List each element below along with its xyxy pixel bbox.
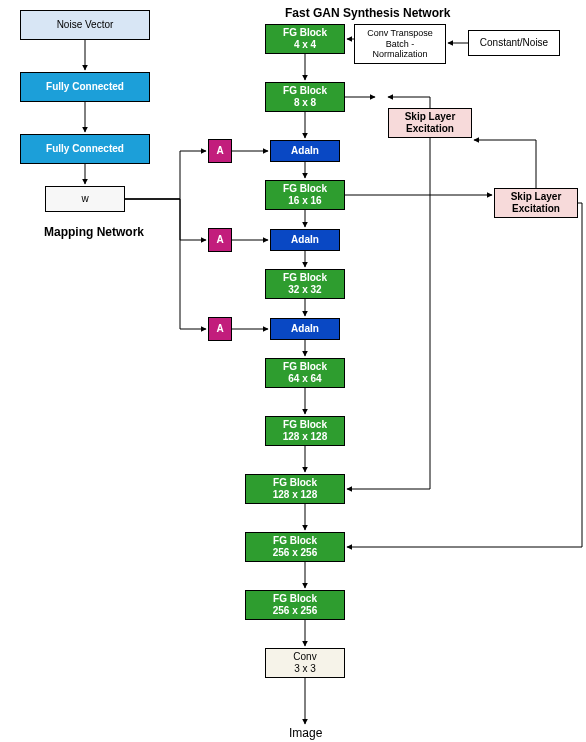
fg-128a-t: FG Block [283,419,327,431]
fg-128b-s: 128 x 128 [273,489,318,501]
fg-64-t: FG Block [283,361,327,373]
fully-connected-2: Fully Connected [20,134,150,164]
fg-256b-s: 256 x 256 [273,605,318,617]
a-block-3: A [208,317,232,341]
fg-32-s: 32 x 32 [288,284,321,296]
adain2-text: AdaIn [291,234,319,246]
fc2-text: Fully Connected [46,143,124,155]
fg-256a-s: 256 x 256 [273,547,318,559]
fg-128b-t: FG Block [273,477,317,489]
a-block-1: A [208,139,232,163]
noise-vector-text: Noise Vector [57,19,114,31]
constant-noise: Constant/Noise [468,30,560,56]
title-mapping: Mapping Network [44,225,144,239]
fg-4-t: FG Block [283,27,327,39]
a1-text: A [216,145,223,157]
fg-detail-box: Conv Transpose Batch - Normalization [354,24,446,64]
adain1-text: AdaIn [291,145,319,157]
fg-64-s: 64 x 64 [288,373,321,385]
adain-3: AdaIn [270,318,340,340]
sle1-s: Excitation [406,123,454,135]
fg-128a-s: 128 x 128 [283,431,328,443]
w-block: w [45,186,125,212]
conv-s: 3 x 3 [294,663,316,675]
fg-8-s: 8 x 8 [294,97,316,109]
sle2-t: Skip Layer [511,191,562,203]
fg-8-t: FG Block [283,85,327,97]
title-main: Fast GAN Synthesis Network [285,6,450,20]
w-text: w [81,193,88,205]
fc1-text: Fully Connected [46,81,124,93]
conv-3x3: Conv3 x 3 [265,648,345,678]
fg-32-t: FG Block [283,272,327,284]
skip-layer-1: Skip LayerExcitation [388,108,472,138]
diagram-canvas: Fast GAN Synthesis Network Mapping Netwo… [0,0,586,742]
a2-text: A [216,234,223,246]
fg-256a-t: FG Block [273,535,317,547]
fg-16-t: FG Block [283,183,327,195]
fg-block-32: FG Block32 x 32 [265,269,345,299]
fg-block-128a: FG Block128 x 128 [265,416,345,446]
conv-t: Conv [293,651,316,663]
fg-256b-t: FG Block [273,593,317,605]
fg-16-s: 16 x 16 [288,195,321,207]
const-text: Constant/Noise [480,37,548,49]
adain-2: AdaIn [270,229,340,251]
skip-layer-2: Skip LayerExcitation [494,188,578,218]
fg-block-4: FG Block4 x 4 [265,24,345,54]
fg-block-8: FG Block8 x 8 [265,82,345,112]
fg-block-256a: FG Block256 x 256 [245,532,345,562]
fg-block-16: FG Block16 x 16 [265,180,345,210]
fg-detail-text: Conv Transpose Batch - Normalization [367,28,433,60]
fg-block-256b: FG Block256 x 256 [245,590,345,620]
sle1-t: Skip Layer [405,111,456,123]
adain3-text: AdaIn [291,323,319,335]
a3-text: A [216,323,223,335]
a-block-2: A [208,228,232,252]
label-image: Image [289,726,322,740]
fully-connected-1: Fully Connected [20,72,150,102]
fg-4-s: 4 x 4 [294,39,316,51]
sle2-s: Excitation [512,203,560,215]
noise-vector: Noise Vector [20,10,150,40]
fg-block-64: FG Block64 x 64 [265,358,345,388]
fg-block-128b: FG Block128 x 128 [245,474,345,504]
adain-1: AdaIn [270,140,340,162]
